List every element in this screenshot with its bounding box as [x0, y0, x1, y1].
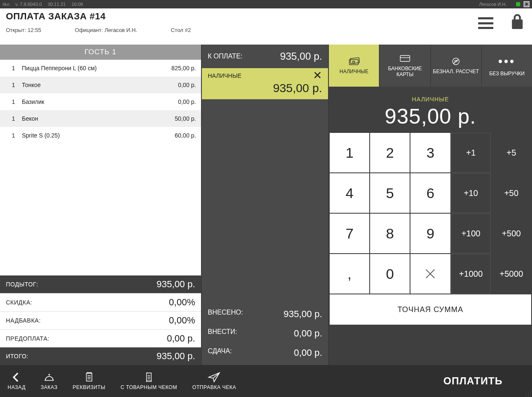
send-icon	[208, 372, 220, 383]
discount-row[interactable]: СКИДКА: 0,00%	[0, 293, 201, 311]
system-topbar: iiko v. 7.8.6043.0 30.11.21 16:08 Легасо…	[0, 0, 532, 8]
current-user: Легасов И.Н.	[479, 2, 507, 7]
payment-chip-cash[interactable]: НАЛИЧНЫЕ ✕ 935,00 р.	[202, 68, 328, 99]
system-time: 16:08	[71, 2, 83, 7]
amount-display: НАЛИЧНЫЕ 935,00 р.	[329, 87, 532, 133]
key-9[interactable]: 9	[410, 214, 450, 253]
payment-method-tabs: НАЛИЧНЫЕ БАНКОВСКИЕ КАРТЫ БЕЗНАЛ. РАССЧЕ…	[329, 45, 532, 87]
order-items: 1 Пицца Пепперони L (60 см) 825,00 р. 1 …	[0, 60, 201, 275]
invoice-button[interactable]: С ТОВАРНЫМ ЧЕКОМ	[113, 365, 185, 397]
amount-due-row: К ОПЛАТЕ: 935,00 р.	[202, 45, 328, 68]
receipt-icon	[143, 372, 155, 383]
lock-icon[interactable]	[510, 13, 524, 33]
key-3[interactable]: 3	[410, 133, 450, 172]
cloche-icon	[43, 372, 56, 383]
key-2[interactable]: 2	[370, 133, 410, 172]
key-0[interactable]: 0	[370, 254, 410, 294]
clear-icon	[424, 267, 437, 280]
key-7[interactable]: 7	[330, 214, 369, 253]
to-deposit-row: ВНЕСТИ: 0,00 р.	[208, 324, 322, 343]
key-4[interactable]: 4	[330, 173, 369, 213]
key-plus-1000[interactable]: +1000	[451, 254, 491, 294]
svg-point-2	[352, 61, 355, 63]
app-version: v. 7.8.6043.0	[16, 2, 42, 7]
more-icon: •••	[498, 55, 516, 68]
key-clear[interactable]	[410, 254, 450, 294]
tender-panel: К ОПЛАТЕ: 935,00 р. НАЛИЧНЫЕ ✕ 935,00 р.…	[201, 45, 329, 365]
order-item-row[interactable]: 1 Тонкое 0,00 р.	[0, 77, 201, 93]
key-8[interactable]: 8	[370, 214, 410, 253]
order-item-row[interactable]: 1 Sprite S (0.25) 60,00 р.	[0, 127, 201, 144]
surcharge-row[interactable]: НАДБАВКА: 0,00%	[0, 311, 201, 329]
page-header: ОПЛАТА ЗАКАЗА #14 Открыт: 12:55 Официант…	[0, 8, 532, 45]
maximize-icon[interactable]	[524, 1, 529, 7]
pay-button[interactable]: ОПЛАТИТЬ	[414, 365, 532, 397]
opened-time: Открыт: 12:55	[6, 27, 41, 33]
tendered-row: ВНЕСЕНО: 935,00 р.	[208, 304, 322, 324]
numeric-keypad: 1 2 3 +1 +5 4 5 6 +10 +50 7 8 9 +100 +50…	[330, 133, 531, 334]
tab-noncash[interactable]: БЕЗНАЛ. РАССЧЕТ	[431, 45, 481, 87]
change-row: СДАЧА: 0,00 р.	[208, 343, 322, 363]
subtotal-row: ПОДЫТОГ: 935,00 р.	[0, 275, 201, 293]
requisites-button[interactable]: РЕКВИЗИТЫ	[65, 365, 113, 397]
prepay-row[interactable]: ПРЕДОПЛАТА: 0,00 р.	[0, 329, 201, 347]
key-plus-50[interactable]: +50	[492, 173, 531, 213]
payment-chip-label: НАЛИЧНЫЕ	[208, 72, 241, 79]
key-1[interactable]: 1	[330, 133, 369, 172]
waiter-name: Официант: Легасов И.Н.	[75, 27, 137, 33]
key-plus-5[interactable]: +5	[492, 133, 531, 172]
key-plus-100[interactable]: +100	[451, 214, 491, 253]
chevron-left-icon	[10, 372, 23, 383]
bottom-toolbar: НАЗАД ЗАКАЗ РЕКВИЗИТЫ С ТОВАРНЫМ ЧЕКОМ О…	[0, 365, 532, 397]
order-button[interactable]: ЗАКАЗ	[33, 365, 65, 397]
order-item-row[interactable]: 1 Бекон 50,00 р.	[0, 110, 201, 127]
send-check-button[interactable]: ОТПРАВКА ЧЕКА	[185, 365, 244, 397]
key-plus-5000[interactable]: +5000	[492, 254, 531, 294]
tab-bank-cards[interactable]: БАНКОВСКИЕ КАРТЫ	[380, 45, 430, 87]
key-plus-10[interactable]: +10	[451, 173, 491, 213]
status-led-icon	[516, 2, 520, 6]
key-plus-1[interactable]: +1	[451, 133, 491, 172]
document-icon	[83, 372, 95, 383]
table-number: Стол #2	[171, 27, 191, 33]
system-date: 30.11.21	[48, 2, 66, 7]
page-title: ОПЛАТА ЗАКАЗА #14	[6, 11, 526, 22]
app-name: iiko	[3, 2, 10, 7]
total-row: ИТОГО: 935,00 р.	[0, 347, 201, 365]
tab-no-revenue[interactable]: ••• БЕЗ ВЫРУЧКИ	[482, 45, 532, 87]
key-comma[interactable]: ,	[330, 254, 369, 294]
keypad-panel: НАЛИЧНЫЕ БАНКОВСКИЕ КАРТЫ БЕЗНАЛ. РАССЧЕ…	[329, 45, 532, 365]
key-5[interactable]: 5	[370, 173, 410, 213]
guest-header: ГОСТЬ 1	[0, 45, 201, 60]
order-item-row[interactable]: 1 Пицца Пепперони L (60 см) 825,00 р.	[0, 60, 201, 77]
key-6[interactable]: 6	[410, 173, 450, 213]
order-item-row[interactable]: 1 Базилик 0,00 р.	[0, 93, 201, 110]
key-plus-500[interactable]: +500	[492, 214, 531, 253]
tab-cash[interactable]: НАЛИЧНЫЕ	[329, 45, 379, 87]
menu-icon[interactable]	[478, 17, 493, 29]
totals-panel: ПОДЫТОГ: 935,00 р. СКИДКА: 0,00% НАДБАВК…	[0, 275, 201, 365]
order-panel: ГОСТЬ 1 1 Пицца Пепперони L (60 см) 825,…	[0, 45, 201, 365]
remove-payment-icon[interactable]: ✕	[313, 72, 322, 79]
svg-line-6	[453, 59, 458, 64]
back-button[interactable]: НАЗАД	[0, 365, 33, 397]
svg-rect-3	[400, 56, 410, 61]
exact-amount-button[interactable]: ТОЧНАЯ СУММА	[330, 294, 531, 325]
payment-chip-amount: 935,00 р.	[202, 79, 328, 99]
